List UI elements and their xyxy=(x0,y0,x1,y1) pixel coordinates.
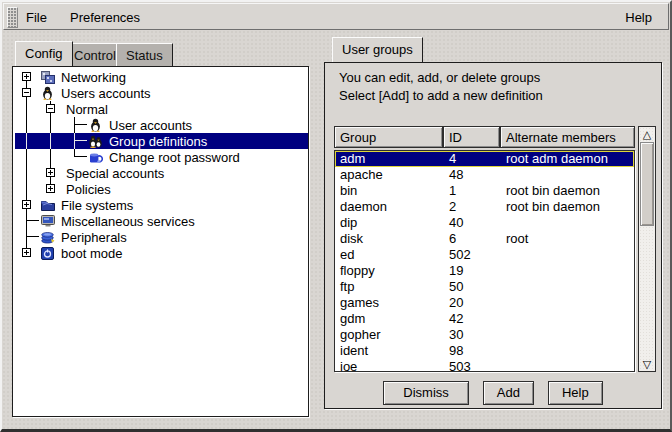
tree-item-policies[interactable]: Policies xyxy=(15,181,308,197)
tree-item-label: Normal xyxy=(63,102,111,117)
table-row-dip[interactable]: dip 40 xyxy=(335,215,634,231)
tree-item-label: Special accounts xyxy=(63,166,167,181)
table-row-ftp[interactable]: ftp 50 xyxy=(335,279,634,295)
tree-item-users-accounts[interactable]: Users accounts xyxy=(15,85,308,101)
scroll-down-icon[interactable]: ▽ xyxy=(639,357,655,371)
dismiss-button[interactable]: Dismiss xyxy=(383,381,469,405)
cell-id: 19 xyxy=(444,263,501,279)
table-row-adm[interactable]: adm 4 root adm daemon xyxy=(335,151,634,167)
tree-expander-icon[interactable] xyxy=(15,245,39,261)
linuxconf-window: File Preferences Help Config Control Sta… xyxy=(0,0,672,432)
tree-item-label: Peripherals xyxy=(58,230,130,245)
cell-members xyxy=(501,215,634,231)
tree-item-boot-mode[interactable]: boot mode xyxy=(15,245,308,261)
tree-guide xyxy=(39,149,63,165)
cell-id: 98 xyxy=(444,343,501,359)
power-icon xyxy=(39,246,56,260)
table-row-apache[interactable]: apache 48 xyxy=(335,167,634,183)
tree-expander-icon[interactable] xyxy=(39,101,63,117)
tree-item-special-accounts[interactable]: Special accounts xyxy=(15,165,308,181)
table-row-daemon[interactable]: daemon 2 root bin daemon xyxy=(335,199,634,215)
folder-icon xyxy=(39,198,56,212)
groups-table: adm 4 root adm daemon apache 48 bin 1 ro… xyxy=(334,150,635,372)
column-header-group[interactable]: Group xyxy=(334,126,443,148)
cell-group: joe xyxy=(335,359,444,372)
menu-preferences[interactable]: Preferences xyxy=(66,9,144,26)
table-row-floppy[interactable]: floppy 19 xyxy=(335,263,634,279)
tree-expander-icon[interactable] xyxy=(15,85,39,101)
tree-item-normal[interactable]: Normal xyxy=(15,101,308,117)
cell-members xyxy=(501,359,634,372)
tree-item-peripherals[interactable]: Peripherals xyxy=(15,229,308,245)
table-row-ident[interactable]: ident 98 xyxy=(335,343,634,359)
tree-item-change-root-password[interactable]: Change root password xyxy=(15,149,308,165)
tree-item-user-accounts[interactable]: User accounts xyxy=(15,117,308,133)
tree-item-miscellaneous-services[interactable]: Miscellaneous services xyxy=(15,213,308,229)
cell-members xyxy=(501,311,634,327)
column-header-id[interactable]: ID xyxy=(443,126,500,148)
tab-status[interactable]: Status xyxy=(116,43,173,66)
scroll-up-icon[interactable]: △ xyxy=(639,127,655,141)
cell-group: adm xyxy=(335,151,444,167)
tree-guide xyxy=(63,133,87,149)
cell-group: floppy xyxy=(335,263,444,279)
cell-id: 20 xyxy=(444,295,501,311)
menu-file[interactable]: File xyxy=(22,9,51,26)
tree-item-label: Policies xyxy=(63,182,114,197)
table-scrollbar[interactable]: △ ▽ xyxy=(638,126,656,372)
tree-expander-icon[interactable] xyxy=(15,69,39,85)
disks-icon xyxy=(39,230,56,244)
cell-id: 502 xyxy=(444,247,501,263)
tree-expander-icon[interactable] xyxy=(39,165,63,181)
tree-guide xyxy=(15,229,39,245)
monitor-icon xyxy=(39,214,56,228)
tree-guide xyxy=(15,213,39,229)
cell-id: 1 xyxy=(444,183,501,199)
table-row-gdm[interactable]: gdm 42 xyxy=(335,311,634,327)
tree-guide xyxy=(15,133,39,149)
menubar-grip-handle[interactable] xyxy=(7,7,18,28)
cell-id: 503 xyxy=(444,359,501,372)
cell-id: 42 xyxy=(444,311,501,327)
tree-expander-icon[interactable] xyxy=(15,197,39,213)
tree-guide xyxy=(15,101,39,117)
tree-item-label: Change root password xyxy=(106,150,243,165)
cell-group: dip xyxy=(335,215,444,231)
tree-item-label: Group definitions xyxy=(106,134,210,149)
tree-expander-icon[interactable] xyxy=(39,181,63,197)
tree-item-file-systems[interactable]: File systems xyxy=(15,197,308,213)
table-row-joe[interactable]: joe 503 xyxy=(335,359,634,372)
tab-config[interactable]: Config xyxy=(15,41,73,66)
cell-id: 50 xyxy=(444,279,501,295)
scrollbar-thumb[interactable] xyxy=(640,142,654,226)
cell-members xyxy=(501,279,634,295)
tree-item-group-definitions[interactable]: Group definitions xyxy=(15,133,308,149)
cell-group: daemon xyxy=(335,199,444,215)
table-row-games[interactable]: games 20 xyxy=(335,295,634,311)
tree-item-networking[interactable]: Networking xyxy=(15,69,308,85)
cell-group: gopher xyxy=(335,327,444,343)
table-row-gopher[interactable]: gopher 30 xyxy=(335,327,634,343)
tree-guide xyxy=(39,133,63,149)
tab-user-groups[interactable]: User groups xyxy=(332,37,423,62)
menu-help[interactable]: Help xyxy=(621,9,656,26)
cell-members: root adm daemon xyxy=(501,151,634,167)
cell-id: 6 xyxy=(444,231,501,247)
column-header-alternate-members[interactable]: Alternate members xyxy=(500,126,635,148)
table-row-bin[interactable]: bin 1 root bin daemon xyxy=(335,183,634,199)
tree-guide xyxy=(63,149,87,165)
cell-group: apache xyxy=(335,167,444,183)
button-row: Dismiss Add Help xyxy=(325,381,661,405)
groups-table-header: Group ID Alternate members xyxy=(334,126,635,148)
add-button[interactable]: Add xyxy=(483,381,534,405)
table-row-disk[interactable]: disk 6 root xyxy=(335,231,634,247)
help-button[interactable]: Help xyxy=(548,381,603,405)
tree-guide xyxy=(15,117,39,133)
tree-item-label: Users accounts xyxy=(58,86,154,101)
table-row-ed[interactable]: ed 502 xyxy=(335,247,634,263)
cell-members xyxy=(501,263,634,279)
penguin-icon xyxy=(39,86,56,100)
cell-members xyxy=(501,167,634,183)
network-icon xyxy=(39,70,56,84)
tree-item-label: Networking xyxy=(58,70,129,85)
